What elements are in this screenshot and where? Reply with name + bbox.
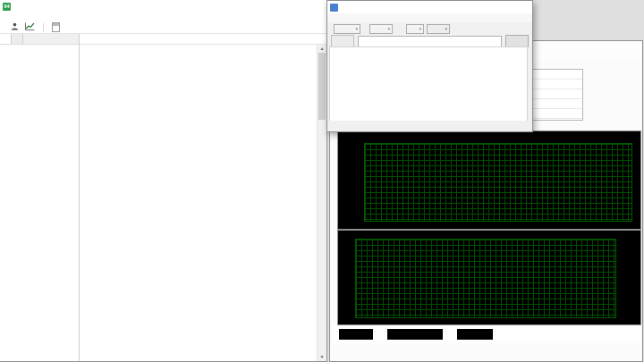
temperature-graph-panel bbox=[337, 130, 641, 230]
close-icon[interactable] bbox=[515, 2, 532, 13]
aida64-body: ▲ ▼ bbox=[0, 34, 326, 361]
aida64-app-icon: 64 bbox=[3, 3, 11, 11]
maximize-icon[interactable] bbox=[605, 46, 615, 56]
linx-window bbox=[326, 0, 533, 132]
aida64-titlebar[interactable]: 64 bbox=[0, 0, 326, 13]
linx-titlebar[interactable] bbox=[327, 1, 532, 13]
field-value-list bbox=[80, 45, 318, 361]
cpu-usage-graph-panel bbox=[337, 230, 641, 325]
battery-status-box bbox=[339, 329, 373, 340]
times-select[interactable] bbox=[427, 24, 450, 34]
linx-menubar bbox=[327, 13, 532, 22]
stability-test-buttons bbox=[334, 345, 638, 359]
field-value-header bbox=[80, 34, 326, 45]
aida64-toolbar bbox=[0, 21, 326, 34]
start-button[interactable] bbox=[331, 35, 354, 47]
run-select[interactable] bbox=[406, 24, 424, 34]
tab-menu[interactable] bbox=[0, 34, 12, 44]
maximize-icon[interactable] bbox=[292, 1, 309, 13]
elapsed-time-box bbox=[457, 329, 493, 340]
test-started-box bbox=[387, 329, 443, 340]
linx-statusbar bbox=[328, 121, 531, 130]
scrollbar[interactable]: ▲ ▼ bbox=[317, 45, 326, 361]
temperature-series bbox=[338, 131, 640, 229]
minimize-icon[interactable] bbox=[275, 1, 292, 13]
minimize-icon[interactable] bbox=[498, 2, 515, 13]
sidebar-tabs bbox=[0, 34, 79, 45]
results-table bbox=[329, 46, 528, 122]
scroll-up-icon[interactable]: ▲ bbox=[318, 45, 326, 53]
scroll-down-icon[interactable]: ▼ bbox=[318, 353, 326, 361]
user-icon[interactable] bbox=[11, 22, 19, 32]
linx-progress-row bbox=[327, 35, 532, 47]
aida64-menubar bbox=[0, 13, 326, 21]
report-doc-icon bbox=[52, 22, 60, 32]
aida64-window: 64 bbox=[0, 0, 327, 362]
stability-test-window-controls bbox=[583, 46, 637, 56]
progress-bar bbox=[358, 36, 502, 47]
linx-controls-row bbox=[327, 22, 532, 35]
stop-button[interactable] bbox=[505, 35, 529, 47]
aida64-window-controls bbox=[275, 1, 326, 13]
usage-series bbox=[338, 231, 640, 324]
line-chart-icon[interactable] bbox=[25, 22, 35, 32]
minimize-icon[interactable] bbox=[583, 46, 594, 56]
tab-favorites[interactable] bbox=[12, 34, 23, 44]
navigation-tree bbox=[0, 45, 79, 361]
stability-test-info-row bbox=[332, 325, 640, 343]
toolbar-separator bbox=[43, 23, 44, 32]
memory-select[interactable] bbox=[369, 24, 393, 34]
aida64-detail-panel: ▲ ▼ bbox=[80, 34, 326, 361]
desktop: 64 bbox=[0, 0, 644, 362]
linx-window-controls bbox=[498, 2, 532, 13]
problem-size-select[interactable] bbox=[334, 24, 360, 34]
scrollbar-thumb[interactable] bbox=[318, 53, 326, 120]
aida64-sidebar bbox=[0, 34, 80, 361]
linx-app-icon bbox=[330, 4, 338, 12]
close-icon[interactable] bbox=[626, 46, 637, 56]
close-icon[interactable] bbox=[309, 1, 326, 13]
report-button[interactable] bbox=[52, 22, 63, 32]
